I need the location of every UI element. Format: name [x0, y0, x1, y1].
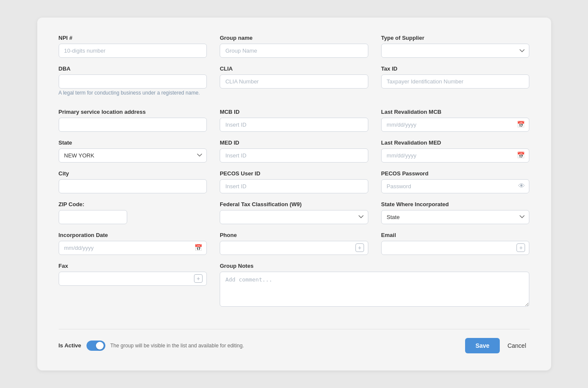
state-field-group: State NEW YORK CALIFORNIA TEXAS FLORIDA — [59, 139, 207, 163]
fax-field-group: Fax + — [59, 263, 207, 308]
is-active-toggle[interactable] — [87, 341, 105, 351]
federal-tax-label: Federal Tax Classification (W9) — [220, 201, 368, 207]
clia-label: CLIA — [220, 65, 368, 72]
phone-input[interactable] — [220, 241, 368, 255]
cancel-button[interactable]: Cancel — [504, 338, 530, 353]
phone-label: Phone — [220, 232, 368, 238]
dba-input[interactable] — [59, 74, 207, 89]
incorporation-date-field-group: Incorporation Date 📅 — [59, 232, 207, 255]
group-name-label: Group name — [220, 35, 368, 41]
phone-wrapper: + — [220, 241, 368, 255]
phone-field-group: Phone + — [220, 232, 368, 255]
last-revalidation-med-label: Last Revalidation MED — [381, 139, 530, 146]
pecos-user-id-input[interactable] — [220, 179, 368, 193]
is-active-label: Is Active — [59, 342, 81, 349]
pecos-password-input[interactable] — [381, 179, 530, 193]
tax-id-input[interactable] — [381, 74, 530, 89]
group-name-input[interactable] — [220, 44, 368, 58]
pecos-password-field-group: PECOS Password 👁 — [381, 170, 530, 193]
last-revalidation-mcb-input[interactable] — [381, 118, 530, 132]
npi-input[interactable] — [59, 44, 207, 58]
pecos-password-label: PECOS Password — [381, 170, 530, 177]
group-notes-textarea[interactable] — [220, 272, 529, 307]
mcb-id-label: MCB ID — [220, 109, 368, 115]
type-of-supplier-label: Type of Supplier — [381, 35, 530, 41]
zip-code-label: ZIP Code: — [59, 201, 207, 207]
incorporation-date-wrapper: 📅 — [59, 241, 207, 255]
form-footer: Is Active The group will be visible in t… — [59, 329, 530, 353]
toggle-slider — [87, 341, 105, 351]
primary-address-input[interactable] — [59, 118, 207, 132]
zip-code-field-group: ZIP Code: — [59, 201, 207, 224]
last-revalidation-mcb-wrapper: 📅 — [381, 118, 530, 132]
zip-code-input[interactable] — [59, 210, 127, 224]
form-card: NPI # Group name Type of Supplier Option… — [37, 18, 551, 370]
email-label: Email — [381, 232, 530, 238]
pecos-user-id-field-group: PECOS User ID — [220, 170, 368, 193]
npi-label: NPI # — [59, 35, 207, 41]
type-of-supplier-field-group: Type of Supplier Option 1 Option 2 — [381, 35, 530, 58]
state-label: State — [59, 139, 207, 146]
incorporation-date-input[interactable] — [59, 241, 207, 255]
tax-id-label: Tax ID — [381, 65, 530, 72]
fax-wrapper: + — [59, 272, 207, 286]
phone-add-icon[interactable]: + — [355, 243, 364, 252]
last-revalidation-med-field-group: Last Revalidation MED 📅 — [381, 139, 530, 163]
last-revalidation-mcb-label: Last Revalidation MCB — [381, 109, 530, 115]
npi-field-group: NPI # — [59, 35, 207, 58]
fax-input[interactable] — [59, 272, 207, 286]
federal-tax-field-group: Federal Tax Classification (W9) Individu… — [220, 201, 368, 224]
state-incorporated-label: State Where Incorporated — [381, 201, 530, 207]
city-field-group: City — [59, 170, 207, 193]
email-add-icon[interactable]: + — [516, 243, 525, 252]
pecos-password-wrapper: 👁 — [381, 179, 530, 193]
tax-id-field-group: Tax ID — [381, 65, 530, 97]
pecos-user-id-label: PECOS User ID — [220, 170, 368, 177]
city-label: City — [59, 170, 207, 177]
clia-field-group: CLIA — [220, 65, 368, 97]
group-name-field-group: Group name — [220, 35, 368, 58]
clia-input[interactable] — [220, 74, 368, 89]
state-incorporated-field-group: State Where Incorporated State NEW YORK … — [381, 201, 530, 224]
mcb-id-input[interactable] — [220, 118, 368, 132]
mcb-id-field-group: MCB ID — [220, 109, 368, 132]
fax-label: Fax — [59, 263, 207, 269]
email-field-group: Email + — [381, 232, 530, 255]
primary-address-field-group: Primary service location address — [59, 109, 207, 132]
federal-tax-select[interactable]: Individual/Sole Proprietor C Corporation… — [220, 210, 368, 224]
footer-hint: The group will be visible in the list an… — [110, 342, 244, 349]
last-revalidation-med-input[interactable] — [381, 148, 530, 163]
state-select[interactable]: NEW YORK CALIFORNIA TEXAS FLORIDA — [59, 148, 207, 163]
med-id-input[interactable] — [220, 148, 368, 163]
primary-address-label: Primary service location address — [59, 109, 207, 115]
med-id-label: MED ID — [220, 139, 368, 146]
last-revalidation-mcb-field-group: Last Revalidation MCB 📅 — [381, 109, 530, 132]
type-of-supplier-select[interactable]: Option 1 Option 2 — [381, 44, 530, 58]
email-input[interactable] — [381, 241, 530, 255]
save-button[interactable]: Save — [465, 338, 500, 353]
fax-add-icon[interactable]: + — [194, 274, 203, 283]
email-wrapper: + — [381, 241, 530, 255]
med-id-field-group: MED ID — [220, 139, 368, 163]
dba-field-group: DBA A legal term for conducting business… — [59, 65, 207, 97]
last-revalidation-med-wrapper: 📅 — [381, 148, 530, 163]
dba-hint: A legal term for conducting business und… — [59, 90, 200, 96]
dba-label: DBA — [59, 65, 207, 72]
eye-icon[interactable]: 👁 — [518, 183, 525, 190]
group-notes-field-group: Group Notes — [220, 263, 529, 308]
group-notes-label: Group Notes — [220, 263, 529, 269]
state-incorporated-select[interactable]: State NEW YORK CALIFORNIA TEXAS — [381, 210, 530, 224]
incorporation-date-label: Incorporation Date — [59, 232, 207, 238]
footer-actions: Save Cancel — [465, 338, 529, 353]
footer-left: Is Active The group will be visible in t… — [59, 341, 244, 351]
city-input[interactable] — [59, 179, 207, 193]
